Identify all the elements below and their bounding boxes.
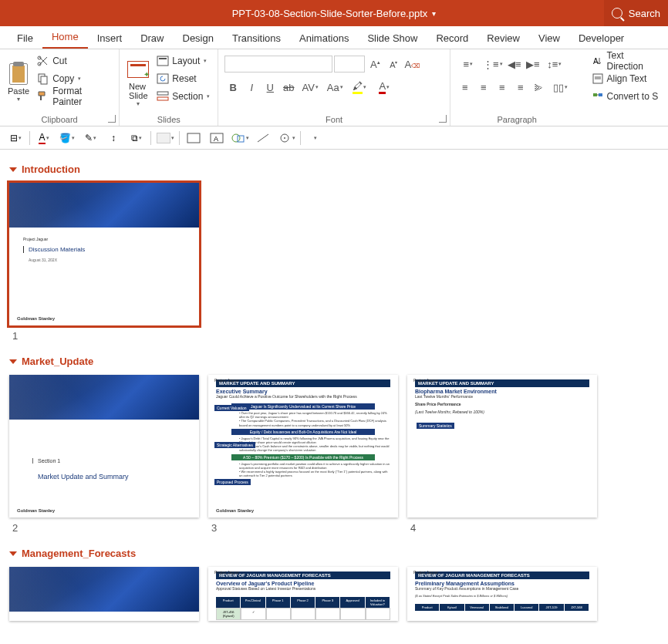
side-label: Proposed Process bbox=[214, 479, 251, 485]
slide-brand: Project Jaguar bbox=[214, 378, 239, 383]
align-text-button[interactable]: Align Text bbox=[589, 70, 663, 87]
line-spacing-button[interactable]: ↕≡▾ bbox=[543, 56, 566, 72]
tab-home[interactable]: Home bbox=[42, 26, 88, 49]
copy-button[interactable]: Copy ▾ bbox=[34, 70, 114, 87]
qat-font-color-button[interactable]: A▾ bbox=[35, 130, 53, 147]
qat-textbox-button[interactable]: A bbox=[207, 130, 226, 147]
search-icon bbox=[612, 8, 622, 19]
tab-slide-show[interactable]: Slide Show bbox=[358, 28, 427, 49]
qat-outline-button[interactable]: ✎▾ bbox=[81, 130, 100, 147]
section-button[interactable]: Section ▾ bbox=[154, 88, 213, 105]
grow-font-button[interactable]: A▴ bbox=[366, 56, 383, 72]
numbering-button[interactable]: ⋮≡▾ bbox=[481, 56, 504, 72]
chevron-down-icon: ▾ bbox=[386, 84, 390, 90]
search-box[interactable]: Search bbox=[604, 0, 668, 26]
layout-button[interactable]: Layout ▾ bbox=[154, 52, 213, 69]
slide-thumbnail-2[interactable]: Section 1 Market Update and Summary Gold… bbox=[9, 375, 199, 518]
align-left-button[interactable]: ≡ bbox=[457, 79, 474, 96]
side-label: Current Valuation bbox=[214, 405, 249, 411]
reset-button[interactable]: Reset bbox=[154, 70, 213, 87]
tab-animations[interactable]: Animations bbox=[290, 28, 358, 49]
tab-insert[interactable]: Insert bbox=[88, 28, 132, 49]
tab-file[interactable]: File bbox=[8, 28, 42, 49]
underline-button[interactable]: U bbox=[261, 79, 278, 96]
qat-color-swatch[interactable]: ▾ bbox=[156, 130, 174, 147]
increase-indent-button[interactable]: ▶≡ bbox=[525, 56, 541, 72]
text-shadow-button[interactable]: AV▾ bbox=[299, 79, 322, 96]
slide-brand: Project Jaguar bbox=[214, 570, 239, 575]
slide-thumbnail-4[interactable]: Project Jaguar MARKET UPDATE AND SUMMARY… bbox=[407, 375, 597, 518]
group-drawing-partial: A Text Direction Align Text Convert to S bbox=[584, 49, 668, 126]
highlight-button[interactable]: 🖍▾ bbox=[348, 79, 371, 96]
convert-smartart-button[interactable]: Convert to S bbox=[589, 88, 663, 105]
strikethrough-button[interactable]: ab bbox=[280, 79, 297, 96]
col: Product bbox=[415, 604, 440, 611]
rectangle-icon bbox=[187, 133, 201, 143]
align-center-button[interactable]: ≡ bbox=[475, 79, 492, 96]
qat-more-button[interactable]: ▾ bbox=[305, 130, 324, 147]
tab-review[interactable]: Review bbox=[477, 28, 529, 49]
columns-button[interactable]: ▯▯▾ bbox=[549, 79, 572, 96]
font-size-input[interactable] bbox=[334, 56, 365, 72]
slide-thumbnail-6[interactable]: Project Jaguar REVIEW OF JAGUAR MANAGEME… bbox=[208, 567, 398, 621]
section-header-introduction[interactable]: Introduction bbox=[9, 164, 659, 175]
align-right-button[interactable]: ≡ bbox=[494, 79, 511, 96]
tab-design[interactable]: Design bbox=[174, 28, 223, 49]
bold-button[interactable]: B bbox=[224, 79, 241, 96]
qat-connector-button[interactable]: ▾ bbox=[277, 130, 295, 147]
change-case-button[interactable]: Aa▾ bbox=[323, 79, 346, 96]
shrink-font-button[interactable]: A▾ bbox=[385, 56, 402, 72]
tab-view[interactable]: View bbox=[529, 28, 569, 49]
clipboard-dialog-launcher[interactable] bbox=[108, 115, 116, 123]
col: Verexanal bbox=[465, 604, 490, 611]
tab-developer[interactable]: Developer bbox=[569, 28, 633, 49]
svg-rect-3 bbox=[41, 76, 47, 84]
format-painter-label: Format Painter bbox=[52, 86, 111, 107]
slide-thumbnail-3[interactable]: Project Jaguar MARKET UPDATE AND SUMMARY… bbox=[208, 375, 398, 518]
qat-group-button[interactable]: ⧉▾ bbox=[127, 130, 146, 147]
group-paragraph: ≡▾ ⋮≡▾ ◀≡ ▶≡ ↕≡▾ ≡ ≡ ≡ ≡ ⫸ ▯▯▾ Paragraph bbox=[450, 49, 584, 126]
qat-align-button[interactable]: ⊟▾ bbox=[6, 130, 25, 147]
slide-header: REVIEW OF JAGUAR MANAGEMENT FORECASTS bbox=[216, 572, 390, 579]
qat-sort-button[interactable]: ↕ bbox=[104, 130, 123, 147]
title-chevron-icon[interactable]: ▾ bbox=[432, 9, 436, 18]
cut-button[interactable]: Cut bbox=[34, 52, 114, 69]
clear-formatting-button[interactable]: A⌫ bbox=[403, 56, 420, 72]
chevron-down-icon: ▾ bbox=[565, 84, 568, 90]
slide-footer: Goldman Stanley bbox=[17, 316, 55, 321]
italic-button[interactable]: I bbox=[243, 79, 260, 96]
justify-button[interactable]: ≡ bbox=[512, 79, 529, 96]
slide-line1: Share Price Performance bbox=[407, 402, 597, 410]
font-color-button[interactable]: A▾ bbox=[373, 79, 396, 96]
qat-rectangle-button[interactable] bbox=[184, 130, 203, 147]
format-painter-button[interactable]: Format Painter bbox=[34, 88, 114, 105]
section-header-market-update[interactable]: Market_Update bbox=[9, 356, 659, 367]
paste-button[interactable]: Paste ▾ bbox=[5, 52, 32, 113]
copy-label: Copy bbox=[52, 73, 74, 84]
qat-line-button[interactable] bbox=[254, 130, 272, 147]
col: Phase 1 bbox=[266, 597, 291, 608]
distribute-button[interactable]: ⫸ bbox=[531, 79, 548, 96]
content-bar: Equity / Debt Issuances and Bolt-On Acqu… bbox=[231, 429, 375, 435]
chevron-down-icon: ▾ bbox=[315, 84, 319, 90]
decrease-indent-button[interactable]: ◀≡ bbox=[506, 56, 523, 72]
slide-subtitle: Approval Statuses Based on Latest Invest… bbox=[208, 586, 398, 594]
slide-thumbnail-7[interactable]: Project Jaguar REVIEW OF JAGUAR MANAGEME… bbox=[407, 567, 597, 621]
slide-number: 2 bbox=[9, 522, 199, 534]
section-header-management-forecasts[interactable]: Management_Forecasts bbox=[9, 548, 659, 559]
section-caret-icon bbox=[9, 551, 17, 556]
new-slide-button[interactable]: New Slide ▾ bbox=[124, 52, 152, 113]
font-dialog-launcher[interactable] bbox=[439, 115, 447, 123]
tab-draw[interactable]: Draw bbox=[131, 28, 173, 49]
qat-fill-button[interactable]: 🪣▾ bbox=[58, 130, 76, 147]
bullets-button[interactable]: ≡▾ bbox=[457, 56, 480, 72]
slide-thumbnail-1[interactable]: Project Jaguar Discussion Materials Augu… bbox=[9, 183, 199, 325]
font-name-input[interactable] bbox=[224, 56, 332, 72]
sort-icon: ↕ bbox=[111, 133, 116, 143]
tab-record[interactable]: Record bbox=[427, 28, 477, 49]
tab-transitions[interactable]: Transitions bbox=[223, 28, 290, 49]
text-direction-button[interactable]: A Text Direction bbox=[589, 52, 663, 69]
qat-shapes-button[interactable]: ▾ bbox=[231, 130, 249, 147]
side-label: Strategic Alternatives bbox=[214, 442, 255, 448]
slide-thumbnail-5[interactable] bbox=[9, 567, 199, 621]
